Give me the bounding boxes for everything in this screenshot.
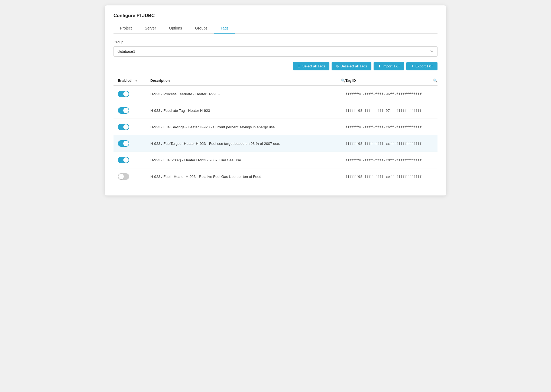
toggle-knob [123, 108, 129, 113]
tab-options[interactable]: Options [163, 23, 189, 34]
description-text: H-923 / Fuel Savings - Heater H-923 - Cu… [150, 125, 276, 129]
toggle-cell [118, 124, 150, 130]
tagid-text: ffffff98-ffff-ffff-97ff-ffffffffffff [345, 109, 422, 113]
tagid-text: ffffff98-ffff-ffff-cdff-ffffffffffff [345, 158, 422, 162]
enabled-col-label: Enabled [118, 79, 132, 83]
toggle-cell [118, 157, 150, 163]
description-cell: H-923 / Process Feedrate - Heater H-923 … [150, 92, 345, 96]
description-col-label: Description [150, 79, 170, 83]
toggle-knob [123, 141, 129, 146]
export-icon: ⬇ [411, 64, 414, 68]
description-text: H-923 / Feedrate Tag - Heater H-923 - [150, 109, 212, 113]
tagid-cell: ffffff98-ffff-ffff-cbff-ffffffffffff [345, 125, 437, 129]
description-cell: H-923 / FuelTarget - Heater H-923 - Fuel… [150, 141, 345, 146]
table-header: Enabled ▼ Description 🔍 Tag ID 🔍 [114, 76, 437, 86]
tagid-col-label: Tag ID [345, 79, 356, 83]
page-title: Configure PI JDBC [114, 13, 437, 18]
tab-project[interactable]: Project [114, 23, 138, 34]
import-icon: ⬇ [378, 64, 381, 68]
export-txt-label: Export TXT [415, 64, 433, 68]
tab-bar: Project Server Options Groups Tags [114, 23, 437, 34]
search-tagid-icon[interactable]: 🔍 [433, 79, 437, 83]
tagid-cell: ffffff98-ffff-ffff-ceff-ffffffffffff [345, 174, 437, 179]
toggle-cell [118, 173, 150, 180]
col-enabled-header: Enabled ▼ [118, 79, 150, 83]
table-row: H-923 / Fuel(2007) - Heater H-923 - 2007… [114, 152, 437, 168]
table-row: H-923 / FuelTarget - Heater H-923 - Fuel… [114, 135, 437, 152]
group-select[interactable]: database1 [114, 46, 437, 57]
sort-enabled-icon[interactable]: ▼ [135, 79, 138, 82]
description-cell: H-923 / Fuel(2007) - Heater H-923 - 2007… [150, 158, 345, 162]
toggle-cell [118, 107, 150, 114]
deselect-all-icon: ⊘ [336, 64, 339, 68]
table-row: H-923 / Feedrate Tag - Heater H-923 -fff… [114, 102, 437, 119]
toggle-knob [123, 124, 129, 130]
description-cell: H-923 / Fuel - Heater H-923 - Relative F… [150, 174, 345, 179]
tagid-cell: ffffff98-ffff-ffff-97ff-ffffffffffff [345, 108, 437, 113]
deselect-all-label: Deselect all Tags [341, 64, 367, 68]
import-txt-button[interactable]: ⬇ Import TXT [374, 62, 404, 70]
table-row: H-923 / Fuel Savings - Heater H-923 - Cu… [114, 119, 437, 135]
tagid-text: ffffff98-ffff-ffff-ceff-ffffffffffff [345, 175, 422, 179]
toggle-4[interactable] [118, 157, 129, 163]
col-description-header: Description 🔍 [150, 79, 345, 83]
description-text: H-923 / FuelTarget - Heater H-923 - Fuel… [150, 142, 280, 146]
toggle-knob [123, 157, 129, 163]
toggle-knob [123, 91, 129, 97]
toggle-2[interactable] [118, 124, 129, 130]
tagid-text: ffffff98-ffff-ffff-cbff-ffffffffffff [345, 125, 422, 129]
description-text: H-923 / Fuel(2007) - Heater H-923 - 2007… [150, 158, 241, 162]
col-tagid-header: Tag ID 🔍 [345, 79, 437, 83]
tagid-cell: ffffff98-ffff-ffff-cdff-ffffffffffff [345, 158, 437, 162]
select-all-icon: ☰ [297, 64, 301, 68]
tagid-text: ffffff98-ffff-ffff-ccff-ffffffffffff [345, 142, 422, 146]
toggle-5[interactable] [118, 173, 129, 180]
toggle-knob [118, 174, 124, 179]
deselect-all-tags-button[interactable]: ⊘ Deselect all Tags [332, 62, 371, 70]
toggle-1[interactable] [118, 107, 129, 114]
tagid-cell: ffffff98-ffff-ffff-96ff-ffffffffffff [345, 92, 437, 96]
tab-server[interactable]: Server [138, 23, 163, 34]
tab-groups[interactable]: Groups [189, 23, 214, 34]
description-text: H-923 / Process Feedrate - Heater H-923 … [150, 92, 220, 96]
description-text: H-923 / Fuel - Heater H-923 - Relative F… [150, 175, 261, 179]
table-body: H-923 / Process Feedrate - Heater H-923 … [114, 86, 437, 185]
import-txt-label: Import TXT [383, 64, 400, 68]
export-txt-button[interactable]: ⬇ Export TXT [406, 62, 437, 70]
action-bar: ☰ Select all Tags ⊘ Deselect all Tags ⬇ … [114, 62, 437, 70]
tagid-cell: ffffff98-ffff-ffff-ccff-ffffffffffff [345, 141, 437, 146]
toggle-3[interactable] [118, 140, 129, 147]
toggle-cell [118, 91, 150, 97]
select-all-tags-button[interactable]: ☰ Select all Tags [293, 62, 329, 70]
description-cell: H-923 / Feedrate Tag - Heater H-923 - [150, 108, 345, 113]
group-label: Group [114, 40, 437, 44]
table-row: H-923 / Fuel - Heater H-923 - Relative F… [114, 168, 437, 185]
select-all-label: Select all Tags [302, 64, 325, 68]
toggle-0[interactable] [118, 91, 129, 97]
configure-pi-jdbc-window: Configure PI JDBC Project Server Options… [105, 5, 446, 195]
table-row: H-923 / Process Feedrate - Heater H-923 … [114, 86, 437, 102]
toggle-cell [118, 140, 150, 147]
description-cell: H-923 / Fuel Savings - Heater H-923 - Cu… [150, 125, 345, 129]
tab-tags[interactable]: Tags [214, 23, 235, 34]
tagid-text: ffffff98-ffff-ffff-96ff-ffffffffffff [345, 92, 422, 96]
search-description-icon[interactable]: 🔍 [341, 79, 345, 83]
